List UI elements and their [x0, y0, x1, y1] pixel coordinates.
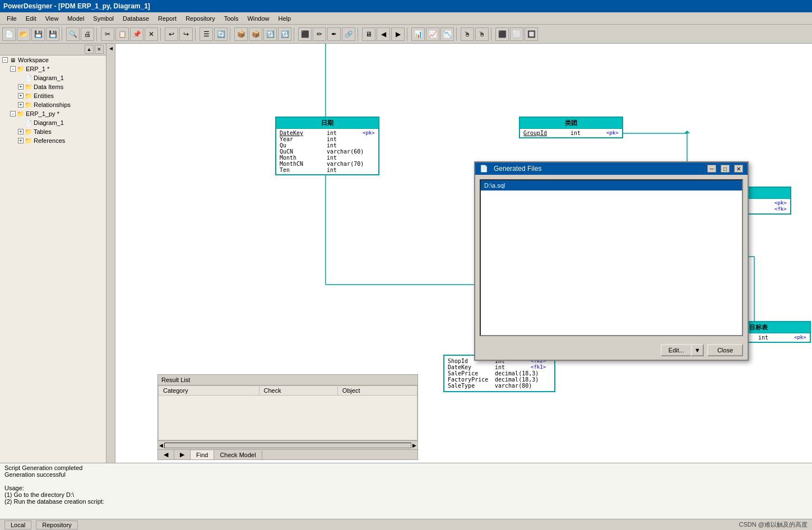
tree-relationships[interactable]: + 📁 Relationships [0, 100, 106, 109]
scroll-right-btn[interactable]: ▶ [412, 443, 416, 448]
expand-erp1py[interactable]: - [10, 111, 16, 117]
sidebar: ▲ ✕ - 🖥 Workspace - 📁 ERP_1 * 📄 Diagram_… [0, 44, 106, 463]
tb-btn4[interactable]: 📦 [249, 27, 262, 41]
tb-save2[interactable]: 💾 [46, 27, 59, 41]
menu-database[interactable]: Database [118, 14, 154, 23]
sep10 [491, 27, 493, 41]
dialog-maximize-btn[interactable]: □ [721, 165, 730, 173]
dialog-close-btn[interactable]: ✕ [734, 165, 743, 173]
tree-references[interactable]: + 📁 References [0, 136, 106, 145]
expand-workspace[interactable]: - [2, 57, 8, 63]
nav-left-arrow[interactable]: ◀ [109, 46, 113, 51]
tab-local[interactable]: Local [4, 520, 31, 529]
menu-tools[interactable]: Tools [220, 14, 243, 23]
tb-paste[interactable]: 📌 [130, 27, 143, 41]
gen-file-list[interactable]: D:\a.sql [480, 179, 743, 336]
table-qunjzu[interactable]: 类团 GroupIdint<pk> [519, 117, 623, 138]
close-button[interactable]: Close [707, 344, 743, 356]
tb-btn11[interactable]: 🖥 [362, 27, 375, 41]
table-qunjzu-header: 类团 [520, 118, 622, 129]
expand-entities[interactable]: + [18, 93, 24, 99]
edit-button[interactable]: Edit... [661, 344, 691, 356]
tb-btn9[interactable]: ✒ [327, 27, 341, 41]
expand-erp1[interactable]: - [10, 66, 16, 72]
tb-save[interactable]: 💾 [31, 27, 45, 41]
status-line-6: (2) Run the database creation script: [4, 498, 808, 505]
tab-find-text[interactable]: Find [191, 450, 214, 459]
tab-find[interactable]: ◀ [158, 450, 174, 459]
expand-references[interactable]: + [18, 138, 24, 143]
tree-diagram1b[interactable]: 📄 Diagram_1 [0, 118, 106, 127]
tree-entities[interactable]: + 📁 Entities [0, 91, 106, 100]
tb-redo[interactable]: ↪ [179, 27, 193, 41]
tb-btn14[interactable]: 📊 [411, 27, 425, 41]
tb-btn3[interactable]: 📦 [234, 27, 248, 41]
tb-btn16[interactable]: 📉 [440, 27, 454, 41]
tb-btn10[interactable]: 🔗 [342, 27, 355, 41]
tree-diagram1a[interactable]: 📄 Diagram_1 [0, 73, 106, 82]
table-sales-body: ShopIdint<fk2> DateKeyint<fk1> SalePrice… [444, 356, 554, 391]
tb-cut[interactable]: ✂ [101, 27, 114, 41]
tb-btn21[interactable]: 🔲 [525, 27, 538, 41]
tb-btn13[interactable]: ▶ [391, 27, 405, 41]
tb-copy[interactable]: 📋 [115, 27, 129, 41]
menu-file[interactable]: File [2, 14, 21, 23]
scroll-track[interactable] [164, 443, 411, 448]
gen-file-item[interactable]: D:\a.sql [481, 180, 742, 190]
tree-entities-label: Entities [34, 92, 54, 99]
tb-print-preview[interactable]: 🔍 [66, 27, 80, 41]
tb-undo[interactable]: ↩ [165, 27, 178, 41]
menu-report[interactable]: Report [154, 14, 181, 23]
scroll-left-btn[interactable]: ◀ [159, 443, 163, 448]
tb-open[interactable]: 📂 [17, 27, 30, 41]
tree-erp1[interactable]: - 📁 ERP_1 * [0, 64, 106, 73]
expand-relationships[interactable]: + [18, 102, 24, 108]
tree-diagram1b-label: Diagram_1 [34, 119, 64, 126]
menu-view[interactable]: View [41, 14, 63, 23]
tb-btn6[interactable]: 🔃 [278, 27, 291, 41]
workspace-icon: 🖥 [9, 56, 17, 64]
tb-delete[interactable]: ✕ [145, 27, 158, 41]
tb-btn5[interactable]: 🔃 [263, 27, 277, 41]
gen-dialog-footer: Edit... ▼ Close [475, 341, 748, 360]
tb-btn17[interactable]: 🖱 [461, 27, 474, 41]
tb-btn15[interactable]: 📈 [426, 27, 439, 41]
tb-btn8[interactable]: ✏ [313, 27, 326, 41]
tb-new[interactable]: 📄 [2, 27, 16, 41]
tb-print[interactable]: 🖨 [81, 27, 94, 41]
tab-check-model[interactable]: Check Model [214, 450, 262, 459]
expand-tables[interactable]: + [18, 129, 24, 134]
result-hscroll[interactable]: ◀ ▶ [158, 440, 417, 449]
menu-help[interactable]: Help [274, 14, 296, 23]
menu-symbol[interactable]: Symbol [89, 14, 118, 23]
menu-window[interactable]: Window [243, 14, 273, 23]
tree-workspace[interactable]: - 🖥 Workspace [0, 55, 106, 64]
sidebar-close-btn[interactable]: ✕ [95, 45, 104, 54]
menu-model[interactable]: Model [63, 14, 89, 23]
tb-btn18[interactable]: 🖱 [475, 27, 489, 41]
menu-edit[interactable]: Edit [21, 14, 41, 23]
tab-repository[interactable]: Repository [36, 520, 78, 529]
references-icon: 📁 [25, 137, 33, 145]
tree-dataitems[interactable]: + 📁 Data Items [0, 82, 106, 91]
tb-btn7[interactable]: ⬛ [298, 27, 312, 41]
tb-btn20[interactable]: ⬜ [510, 27, 523, 41]
tb-btn19[interactable]: ⬛ [495, 27, 509, 41]
expand-dataitems[interactable]: + [18, 84, 24, 90]
tb-btn1[interactable]: ☰ [199, 27, 213, 41]
tree-tables[interactable]: + 📁 Tables [0, 127, 106, 136]
sidebar-up-btn[interactable]: ▲ [85, 45, 94, 54]
col-sales-saletype: SaleType [448, 383, 493, 389]
tree-diagram1a-label: Diagram_1 [34, 75, 64, 81]
tree-erp1py[interactable]: - 📁 ERP_1_py * [0, 109, 106, 118]
col-qucn: QuCN [280, 148, 324, 155]
tb-btn12[interactable]: ◀ [377, 27, 390, 41]
dialog-minimize-btn[interactable]: ─ [707, 165, 716, 173]
edit-dropdown-btn[interactable]: ▼ [691, 344, 704, 356]
menu-repository[interactable]: Repository [181, 14, 220, 23]
tb-btn2[interactable]: 🔄 [214, 27, 228, 41]
tab-find-label[interactable]: ▶ [174, 450, 191, 459]
status-line-2: Generation successful [4, 471, 808, 478]
result-tabs: ◀ ▶ Find Check Model [158, 449, 417, 459]
table-riqi[interactable]: 日期 DateKeyint<pk> Yearint Quint QuCNvarc… [275, 117, 379, 175]
